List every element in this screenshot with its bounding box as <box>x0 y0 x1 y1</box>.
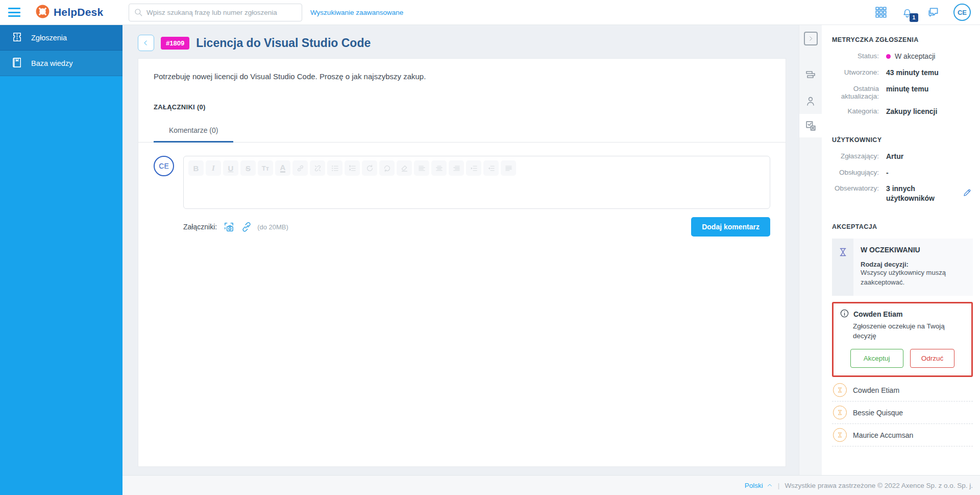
sidebar: Zgłoszenia Baza wiedzy <box>0 25 122 495</box>
chevron-up-icon <box>767 482 773 488</box>
toolbar-insert-link-button[interactable] <box>292 160 308 176</box>
comments-tabs: Komentarze (0) <box>138 126 786 143</box>
ticket-description: Potrzebuję nowej licencji do Visual Stud… <box>154 72 770 81</box>
pending-hourglass-icon <box>833 428 847 442</box>
main-content: #1809 Licencja do Visual Studio Code Pot… <box>122 25 799 475</box>
toolbar-font-color-button[interactable]: A <box>275 160 290 176</box>
app-logo[interactable]: HelpDesk <box>36 5 103 20</box>
collapse-panel-icon[interactable] <box>804 32 818 45</box>
footer: Polski | Wszystkie prawa zastrzeżone © 2… <box>122 475 980 495</box>
book-icon <box>11 57 23 70</box>
editor-toolbar: B I U S Tт A <box>184 156 770 180</box>
toolbar-align-left-button[interactable] <box>414 160 429 176</box>
attachment-size-limit: (do 20MB) <box>257 223 288 231</box>
toolbar-underline-button[interactable]: U <box>223 160 238 176</box>
apps-grid-icon[interactable] <box>874 6 888 19</box>
app-logo-text: HelpDesk <box>54 6 103 18</box>
acceptance-header: AKCEPTACJA <box>832 223 973 230</box>
topbar-actions: 1 CE <box>874 4 980 21</box>
language-selector[interactable]: Polski <box>745 482 773 489</box>
approver-row: Bessie Quisque <box>832 402 973 424</box>
screenshot-icon[interactable] <box>223 221 235 233</box>
chat-icon[interactable] <box>927 6 940 19</box>
user-avatar[interactable]: CE <box>953 4 971 21</box>
composer-footer: Załączniki: (do 20MB) <box>183 217 770 237</box>
sidebar-item-label: Baza wiedzy <box>31 59 72 67</box>
metric-header: METRYCZKA ZGŁOSZENIA <box>832 36 973 43</box>
users-header: UŻYTKOWNICY <box>832 136 973 144</box>
add-comment-button[interactable]: Dodaj komentarz <box>691 217 770 237</box>
pending-hourglass-icon <box>833 383 847 397</box>
sidebar-item-baza-wiedzy[interactable]: Baza wiedzy <box>0 51 122 76</box>
updated-row: Ostatnia aktualizacja: minutę temu <box>832 84 973 100</box>
decision-type-label: Rodzaj decyzji: <box>861 261 965 268</box>
ticket-id-badge: #1809 <box>161 37 189 50</box>
acceptance-panel-icon[interactable] <box>799 114 822 137</box>
toolbar-redo-button[interactable] <box>362 160 377 176</box>
toolbar-outdent-button[interactable] <box>483 160 499 176</box>
reject-button[interactable]: Odrzuć <box>910 349 955 368</box>
toolbar-align-right-button[interactable] <box>449 160 464 176</box>
toolbar-strikethrough-button[interactable]: S <box>240 160 256 176</box>
lifebuoy-logo-icon <box>36 5 50 20</box>
decision-user-name: Cowden Etiam <box>853 310 902 318</box>
observers-row: Obserwatorzy: 3 innych użytkowników <box>832 184 973 203</box>
status-row: Status: W akceptacji <box>832 52 973 61</box>
reporter-row: Zgłaszający: Artur <box>832 152 973 161</box>
decision-type-text: Wszyscy użytkownicy muszą zaakceptować. <box>861 268 965 288</box>
edit-observers-pencil-icon[interactable] <box>962 188 972 200</box>
hamburger-menu-icon[interactable] <box>8 8 20 17</box>
toolbar-italic-button[interactable]: I <box>206 160 221 176</box>
pending-hourglass-icon <box>833 406 847 419</box>
waiting-status: W OCZEKIWANIU <box>861 246 965 254</box>
toolbar-font-size-button[interactable]: Tт <box>258 160 273 176</box>
toolbar-indent-button[interactable] <box>466 160 481 176</box>
assignee-row: Obsługujący: - <box>832 168 973 178</box>
accept-button[interactable]: Akceptuj <box>850 349 903 368</box>
toolbar-remove-link-button[interactable] <box>310 160 325 176</box>
ticket-title: Licencja do Visual Studio Code <box>196 36 371 50</box>
my-decision-card: Cowden Etiam Zgłoszenie oczekuje na Twoj… <box>832 302 973 377</box>
toolbar-undo-button[interactable] <box>379 160 395 176</box>
ticket-details-panel: METRYCZKA ZGŁOSZENIA Status: W akceptacj… <box>822 25 980 475</box>
users-panel-icon[interactable] <box>804 95 817 107</box>
sidebar-item-label: Zgłoszenia <box>31 34 67 42</box>
created-row: Utworzone: 43 minuty temu <box>832 68 973 78</box>
ticket-header: #1809 Licencja do Visual Studio Code <box>138 35 786 51</box>
composer-avatar: CE <box>154 156 174 176</box>
ticket-card: Potrzebuję nowej licencji do Visual Stud… <box>138 58 786 467</box>
comment-editor[interactable]: B I U S Tт A <box>183 156 770 209</box>
ticket-icon <box>11 31 23 44</box>
decision-message: Zgłoszenie oczekuje na Twoją decyzję <box>853 321 963 341</box>
notifications-bell-icon[interactable]: 1 <box>901 6 914 19</box>
approver-row: Maurice Accumsan <box>832 424 973 446</box>
status-value: W akceptacji <box>886 52 935 61</box>
copyright-text: Wszystkie prawa zastrzeżone © 2022 Axenc… <box>785 482 973 489</box>
advanced-search-link[interactable]: Wyszukiwanie zaawansowane <box>310 9 403 16</box>
global-search <box>129 4 302 21</box>
comment-composer: CE B I U S Tт A <box>154 156 770 209</box>
info-icon <box>840 309 849 320</box>
search-icon <box>134 8 143 19</box>
tab-komentarze[interactable]: Komentarze (0) <box>154 126 233 143</box>
ticket-details-icon[interactable] <box>804 69 817 81</box>
notification-count-badge: 1 <box>910 13 918 22</box>
toolbar-align-center-button[interactable] <box>431 160 447 176</box>
attachments-header: ZAŁĄCZNIKI (0) <box>154 103 770 111</box>
toolbar-bold-button[interactable]: B <box>188 160 204 176</box>
topbar: HelpDesk Wyszukiwanie zaawansowane 1 <box>0 0 980 25</box>
panel-mini-toolbar <box>799 25 822 475</box>
approver-row: Cowden Etiam <box>832 379 973 402</box>
attachments-label: Załączniki: <box>183 223 217 231</box>
hourglass-icon <box>832 239 853 296</box>
toolbar-bullet-list-button[interactable] <box>327 160 342 176</box>
toolbar-numbered-list-button[interactable] <box>345 160 360 176</box>
attach-file-link-icon[interactable] <box>241 221 252 232</box>
topbar-left: HelpDesk <box>0 5 122 20</box>
toolbar-justify-button[interactable] <box>501 160 516 176</box>
back-button[interactable] <box>138 35 154 51</box>
search-input[interactable] <box>129 4 302 21</box>
sidebar-item-zgloszenia[interactable]: Zgłoszenia <box>0 25 122 51</box>
toolbar-clear-formatting-button[interactable] <box>397 160 412 176</box>
status-dot <box>886 54 891 59</box>
